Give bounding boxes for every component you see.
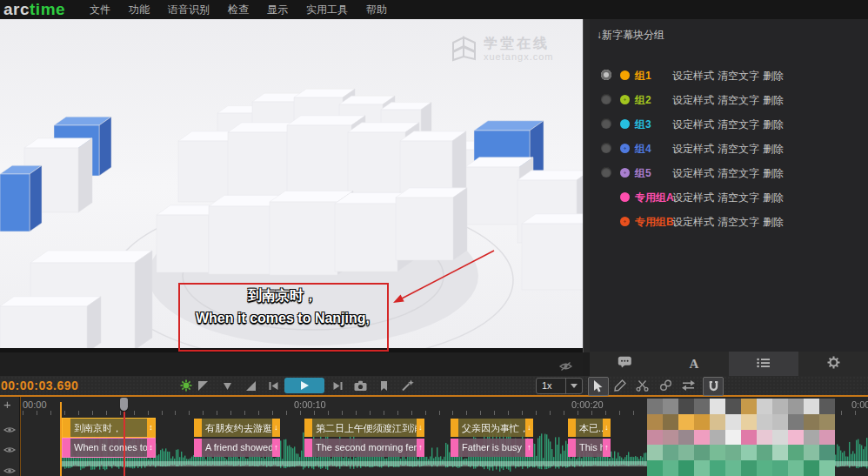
block-left-handle[interactable] (568, 419, 576, 437)
clear-text-link[interactable]: 清空文字 (718, 166, 759, 181)
subtitle-block-cn-2[interactable]: 有朋友约去游逛↓ (194, 419, 280, 437)
snapshot-camera-button[interactable] (354, 379, 366, 392)
delete-link[interactable]: 删除 (763, 215, 784, 230)
group-color-dot[interactable] (620, 217, 630, 226)
track1-visibility-eye-icon[interactable] (3, 422, 16, 438)
clear-text-link[interactable]: 清空文字 (718, 93, 759, 108)
set-style-link[interactable]: 设定样式 (672, 93, 714, 108)
group-radio[interactable] (601, 143, 611, 153)
delete-link[interactable]: 删除 (763, 142, 784, 157)
delete-link[interactable]: 删除 (763, 69, 784, 84)
group-color-dot[interactable] (620, 70, 630, 80)
timeline[interactable]: 00:000:00:100:00:200:00:30 到南京时，↕When it… (0, 397, 868, 476)
group-radio[interactable] (601, 118, 611, 129)
set-style-link[interactable]: 设定样式 (672, 191, 714, 205)
subtitle-block-en-4[interactable]: Father is busy↑ (451, 439, 533, 457)
edit-pencil-tool-button[interactable] (614, 379, 627, 395)
menu-item-3[interactable]: 语音识别 (168, 3, 210, 17)
menu-item-7[interactable]: 帮助 (366, 3, 387, 17)
panel-tab-text-style[interactable]: A (659, 352, 729, 376)
bookmark-button[interactable] (378, 379, 391, 392)
magnet-snap-tool-button[interactable] (703, 377, 724, 396)
drop-subtitle-triangle-button[interactable] (222, 379, 234, 392)
block-left-handle[interactable] (304, 419, 312, 437)
block-right-handle[interactable]: ↑ (525, 439, 533, 457)
play-button[interactable] (284, 378, 324, 393)
set-style-link[interactable]: 设定样式 (672, 117, 714, 132)
menu-item-2[interactable]: 功能 (129, 3, 150, 17)
block-left-handle[interactable] (568, 439, 576, 457)
subtitle-block-cn-1[interactable]: 到南京时，↕ (63, 419, 155, 437)
block-left-handle[interactable] (63, 439, 70, 457)
clear-text-link[interactable]: 清空文字 (718, 191, 759, 205)
block-right-handle[interactable]: ↑ (417, 439, 424, 457)
ruler-tick (508, 411, 509, 415)
link-tool-button[interactable] (659, 379, 672, 395)
cut-scissors-tool-button[interactable] (636, 379, 649, 395)
pointer-tool-button[interactable] (588, 377, 609, 396)
block-right-handle[interactable]: ↓ (603, 419, 611, 437)
block-left-handle[interactable] (304, 439, 312, 457)
playhead-handle[interactable] (120, 398, 128, 411)
block-right-handle[interactable]: ↓ (417, 419, 424, 437)
set-style-link[interactable]: 设定样式 (672, 142, 714, 157)
track3-visibility-eye-icon[interactable] (3, 463, 16, 476)
preview-visibility-eye-off-icon[interactable] (559, 359, 572, 375)
group-radio[interactable] (601, 70, 611, 80)
block-right-handle[interactable]: ↓ (525, 419, 533, 437)
subtitle-block-en-1[interactable]: When it comes to↕ (63, 439, 155, 457)
group-color-dot[interactable] (620, 144, 630, 153)
group-radio[interactable] (601, 167, 611, 178)
panel-tab-comment[interactable] (590, 352, 659, 376)
panel-tab-list[interactable] (729, 352, 798, 376)
menu-item-4[interactable]: 检查 (228, 3, 249, 17)
group-color-dot[interactable] (620, 119, 630, 129)
subtitle-block-en-3[interactable]: The second morning fer↑ (304, 439, 424, 457)
set-style-link[interactable]: 设定样式 (672, 69, 714, 84)
group-color-dot[interactable] (620, 95, 630, 104)
ruler-tick (466, 411, 467, 415)
delete-link[interactable]: 删除 (763, 166, 784, 181)
block-left-handle[interactable] (194, 419, 202, 437)
track2-visibility-eye-icon[interactable] (3, 442, 16, 458)
playback-speed-select[interactable]: 1x (536, 378, 583, 394)
block-left-handle[interactable] (194, 439, 202, 457)
block-left-handle[interactable] (451, 419, 458, 437)
block-right-handle[interactable]: ↑ (603, 439, 611, 457)
subtitle-block-en-5[interactable]: This h↑ (568, 439, 611, 457)
delete-link[interactable]: 删除 (763, 191, 784, 205)
group-color-dot[interactable] (620, 192, 630, 202)
delete-link[interactable]: 删除 (763, 117, 784, 132)
skip-to-end-button[interactable] (332, 379, 344, 392)
block-right-handle[interactable]: ↕ (147, 439, 155, 457)
block-right-handle[interactable]: ↑ (272, 439, 280, 457)
block-left-handle[interactable] (63, 419, 70, 437)
set-style-link[interactable]: 设定样式 (672, 215, 714, 230)
block-right-handle[interactable]: ↕ (147, 419, 155, 437)
panel-tab-gear[interactable] (798, 352, 868, 376)
clear-text-link[interactable]: 清空文字 (718, 69, 759, 84)
skip-to-start-button[interactable] (268, 379, 280, 392)
subtitle-block-en-2[interactable]: A friend showed↑ (194, 439, 280, 457)
block-right-handle[interactable]: ↓ (272, 419, 280, 437)
group-radio[interactable] (601, 94, 611, 104)
subtitle-block-cn-5[interactable]: 本已..↓ (568, 419, 611, 437)
set-style-link[interactable]: 设定样式 (672, 166, 714, 181)
menu-item-5[interactable]: 显示 (267, 3, 288, 17)
chevron-down-icon[interactable] (565, 379, 582, 393)
add-track-button[interactable]: + (3, 397, 11, 412)
subtitle-block-cn-3[interactable]: 第二日上午便须渡江到浦↓ (304, 419, 424, 437)
clear-text-link[interactable]: 清空文字 (718, 117, 759, 132)
magic-wand-button[interactable] (401, 379, 413, 392)
block-left-handle[interactable] (451, 439, 458, 457)
mark-start-triangle-button[interactable] (197, 379, 210, 392)
swap-arrows-tool-button[interactable] (681, 379, 696, 395)
group-color-dot[interactable] (620, 168, 630, 178)
clear-text-link[interactable]: 清空文字 (718, 142, 759, 157)
mark-end-triangle-button[interactable] (245, 379, 257, 392)
menu-item-1[interactable]: 文件 (90, 3, 110, 17)
clear-text-link[interactable]: 清空文字 (718, 215, 759, 230)
subtitle-block-cn-4[interactable]: 父亲因为事忙，↓ (451, 419, 533, 437)
delete-link[interactable]: 删除 (763, 93, 784, 108)
menu-item-6[interactable]: 实用工具 (306, 3, 348, 17)
